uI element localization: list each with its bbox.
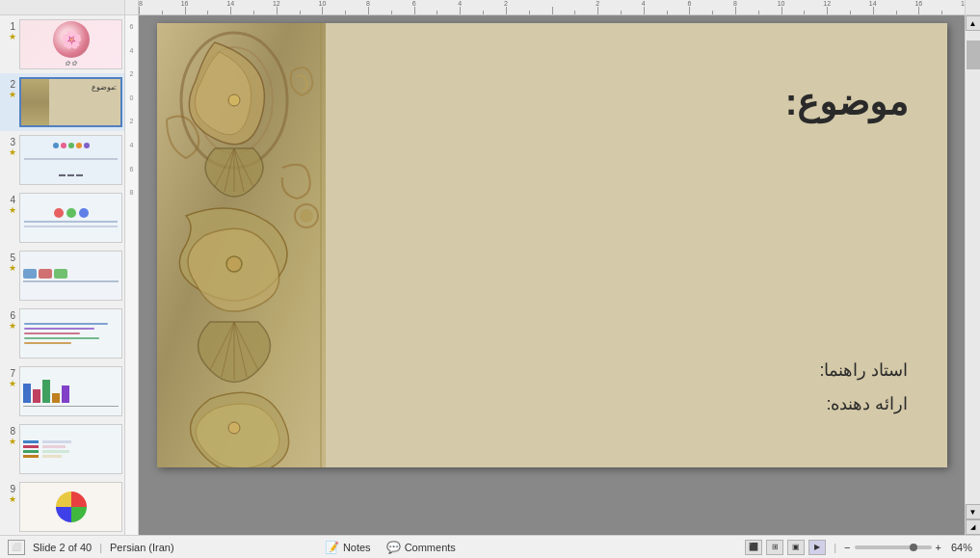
reading-view-button[interactable]: ▣ bbox=[787, 540, 805, 555]
slide-star-4: ★ bbox=[8, 205, 17, 215]
status-center: 📝 Notes 💬 Comments bbox=[325, 541, 456, 554]
comments-label: Comments bbox=[405, 542, 456, 553]
slide-star-2: ★ bbox=[8, 90, 17, 99]
zoom-out-button[interactable]: − bbox=[844, 542, 850, 553]
slide-star-3: ★ bbox=[8, 147, 17, 157]
slide-number-4: 4 bbox=[2, 195, 15, 205]
slide-thumb-5 bbox=[19, 251, 122, 301]
notes-label: Notes bbox=[343, 542, 371, 553]
slide-item-8[interactable]: 8 ★ bbox=[0, 420, 124, 478]
zoom-in-button[interactable]: + bbox=[936, 542, 941, 553]
app-container: 1816141210864224681012141618 1 ★ 🌸 ✿ ✿ bbox=[0, 0, 980, 558]
slide-work-area: 6 4 2 0 2 4 6 8 bbox=[125, 15, 980, 535]
slide-star-6: ★ bbox=[8, 321, 17, 331]
scroll-thumb bbox=[967, 40, 980, 69]
slide-number-2: 2 bbox=[2, 79, 15, 90]
zoom-thumb bbox=[910, 544, 917, 551]
slide-star-9: ★ bbox=[8, 494, 17, 504]
slide-area-wrapper: 6 4 2 0 2 4 6 8 bbox=[125, 15, 980, 535]
slide-deco-panel bbox=[157, 23, 326, 467]
slide-thumb-9 bbox=[19, 482, 122, 532]
slideshow-button[interactable]: ▶ bbox=[808, 540, 826, 555]
ruler-left: 6 4 2 0 2 4 6 8 bbox=[125, 15, 139, 535]
ruler-corner3 bbox=[965, 0, 980, 15]
slide-panel: 1 ★ 🌸 ✿ ✿ 2 ★ bbox=[0, 15, 125, 535]
slide-number-7: 7 bbox=[2, 368, 15, 379]
main-area: موضوع: استاد راهنما: ارائه دهنده: bbox=[139, 15, 965, 535]
slide-star-7: ★ bbox=[8, 379, 17, 388]
slide-info: Slide 2 of 40 bbox=[33, 542, 92, 553]
status-left: ⬜ Slide 2 of 40 | Persian (Iran) bbox=[8, 540, 174, 555]
svg-point-17 bbox=[300, 209, 313, 223]
scroll-up-button[interactable]: ▲ bbox=[966, 15, 981, 31]
slide-thumb-6 bbox=[19, 308, 122, 359]
slide-sorter-button[interactable]: ⊞ bbox=[766, 540, 783, 555]
notes-button[interactable]: 📝 Notes bbox=[325, 541, 371, 554]
comments-button[interactable]: 💬 Comments bbox=[386, 541, 456, 554]
svg-point-13 bbox=[228, 94, 240, 106]
slide-item-6[interactable]: 6 ★ bbox=[0, 305, 124, 362]
svg-point-15 bbox=[228, 422, 240, 434]
slide-item-3[interactable]: 3 ★ ▬ ▬ ▬ bbox=[0, 131, 124, 189]
ruler-corner bbox=[0, 0, 125, 15]
zoom-level: 64% bbox=[945, 542, 972, 553]
main-wrapper: 1 ★ 🌸 ✿ ✿ 2 ★ bbox=[0, 15, 980, 535]
slide-thumb-3: ▬ ▬ ▬ bbox=[19, 135, 122, 185]
slide-title: موضوع: bbox=[785, 81, 909, 123]
slide-star-1: ★ bbox=[8, 32, 17, 41]
slide-item-2[interactable]: 2 ★ موضوع: bbox=[0, 73, 124, 131]
zoom-bar: − + 64% bbox=[844, 542, 972, 553]
slide-star-5: ★ bbox=[8, 263, 17, 273]
language-info: Persian (Iran) bbox=[110, 542, 174, 553]
svg-point-14 bbox=[226, 256, 242, 272]
zoom-slider[interactable] bbox=[855, 545, 932, 549]
slide-thumb-1: 🌸 ✿ ✿ bbox=[19, 19, 122, 69]
slide-item-9[interactable]: 9 ★ bbox=[0, 478, 124, 535]
slide-canvas[interactable]: موضوع: استاد راهنما: ارائه دهنده: bbox=[157, 23, 947, 467]
slide-thumb-2: موضوع: bbox=[19, 77, 122, 127]
status-right: ⬛ ⊞ ▣ ▶ | − + 64% bbox=[745, 540, 972, 555]
slide-number-3: 3 bbox=[2, 137, 15, 147]
slide-content: موضوع: استاد راهنما: ارائه دهنده: bbox=[326, 23, 947, 467]
notes-icon: 📝 bbox=[325, 541, 339, 554]
ruler-top: 1816141210864224681012141618 bbox=[139, 0, 965, 15]
slide-thumb-8 bbox=[19, 424, 122, 474]
view-icons: ⬛ ⊞ ▣ ▶ bbox=[745, 540, 826, 555]
scrollbar-right: ▲ ▼ ◢ bbox=[965, 15, 980, 535]
slide-number-5: 5 bbox=[2, 252, 15, 263]
comments-icon: 💬 bbox=[386, 541, 401, 554]
slide-label-2: ارائه دهنده: bbox=[826, 393, 908, 414]
slide-item-1[interactable]: 1 ★ 🌸 ✿ ✿ bbox=[0, 15, 124, 73]
slide-label-1: استاد راهنما: bbox=[819, 359, 908, 381]
ruler-corner2 bbox=[125, 0, 139, 15]
slide-item-4[interactable]: 4 ★ bbox=[0, 189, 124, 247]
slide-item-7[interactable]: 7 ★ bbox=[0, 362, 124, 420]
slide-number-6: 6 bbox=[2, 310, 15, 321]
scroll-corner[interactable]: ◢ bbox=[966, 519, 981, 535]
slide-item-5[interactable]: 5 ★ bbox=[0, 247, 124, 305]
slide-number-8: 8 bbox=[2, 426, 15, 437]
slide-thumb-4 bbox=[19, 193, 122, 243]
scroll-down-button[interactable]: ▼ bbox=[966, 504, 981, 519]
slide-star-8: ★ bbox=[8, 437, 17, 446]
status-bar: ⬜ Slide 2 of 40 | Persian (Iran) 📝 Notes… bbox=[0, 535, 980, 558]
slide-icon: ⬜ bbox=[8, 540, 25, 555]
slide-number-1: 1 bbox=[2, 21, 15, 32]
normal-view-button[interactable]: ⬛ bbox=[745, 540, 762, 555]
slide-number-9: 9 bbox=[2, 484, 15, 494]
scroll-track[interactable] bbox=[967, 31, 980, 504]
slide-thumb-7 bbox=[19, 366, 122, 416]
